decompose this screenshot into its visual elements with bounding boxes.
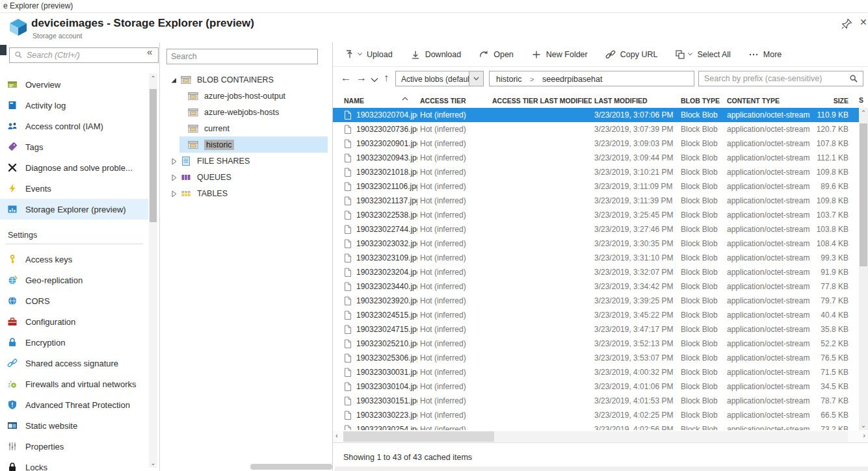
new-folder-button[interactable]: New Folder — [531, 49, 588, 60]
blob-name-cell[interactable]: 190323020943.jpg — [333, 153, 417, 163]
column-header-last-modified[interactable]: LAST MODIFIED — [592, 97, 678, 105]
sidebar-item-static-website[interactable]: Static website — [0, 415, 148, 436]
sidebar-item-access-control-iam[interactable]: Access control (IAM) — [0, 116, 148, 136]
tree-item-azure-jobs-host-output[interactable]: azure-jobs-host-output — [160, 88, 328, 104]
blob-name-cell[interactable]: 190323022538.jpg — [333, 210, 417, 220]
sidebar-item-geo-replication[interactable]: Geo-replication — [0, 270, 148, 290]
sidebar-item-tags[interactable]: Tags — [0, 136, 148, 157]
up-directory-icon[interactable]: ↑ — [384, 72, 389, 84]
scroll-down-icon[interactable]: ⌄ — [859, 422, 868, 429]
breadcrumb-folder[interactable]: seeedrpibasehat — [542, 75, 602, 84]
blob-name-cell[interactable]: 190323021137.jpg — [333, 196, 417, 206]
tree-item-azure-webjobs-hosts[interactable]: azure-webjobs-hosts — [160, 104, 328, 120]
column-header-access-tier[interactable]: ACCESS TIER — [417, 97, 490, 105]
sidebar-item-diagnose-and-solve-proble[interactable]: Diagnose and solve proble... — [0, 157, 148, 178]
table-row[interactable]: 190323021106.jpgHot (inferred)3/23/2019,… — [333, 179, 859, 194]
table-row[interactable]: 190323024515.jpgHot (inferred)3/23/2019,… — [333, 308, 859, 322]
scroll-up-icon[interactable]: ⌃ — [149, 75, 157, 82]
scrollbar-thumb[interactable] — [343, 431, 494, 442]
search-icon[interactable] — [849, 74, 858, 83]
tree-horizontal-scrollbar-thumb[interactable] — [250, 464, 332, 470]
sidebar-item-access-keys[interactable]: Access keys — [0, 249, 148, 270]
sidebar-item-cors[interactable]: CORS — [0, 290, 148, 311]
table-row[interactable]: 190323023032.jpgHot (inferred)3/23/2019,… — [333, 236, 859, 251]
scrollbar-thumb[interactable] — [150, 89, 157, 222]
blob-name-cell[interactable]: 190323022744.jpg — [333, 225, 417, 235]
blob-name-cell[interactable]: 190323030104.jpg — [333, 382, 417, 392]
tree-node-file-shares[interactable]: FILE SHARES — [160, 153, 328, 169]
blob-name-cell[interactable]: 190323023032.jpg — [333, 239, 417, 249]
table-vertical-scrollbar[interactable]: ⌃ ⌄ — [859, 108, 868, 430]
close-icon[interactable]: ✕ — [860, 17, 867, 29]
sidebar-search-input[interactable] — [9, 47, 159, 63]
blob-name-cell[interactable]: 190323024515.jpg — [333, 311, 417, 320]
blob-name-cell[interactable]: 190323023920.jpg — [333, 296, 417, 306]
table-row[interactable]: 190323020901.jpgHot (inferred)3/23/2019,… — [333, 136, 859, 151]
blob-name-cell[interactable]: 190323024715.jpg — [333, 325, 417, 335]
table-horizontal-scrollbar[interactable]: ‹ › — [333, 431, 868, 443]
table-row[interactable]: 190323024715.jpgHot (inferred)3/23/2019,… — [333, 322, 859, 337]
breadcrumb-container[interactable]: historic — [496, 75, 522, 84]
blob-view-dropdown[interactable]: Active blobs (default) — [395, 71, 484, 86]
sidebar-item-events[interactable]: Events — [0, 178, 148, 199]
sidebar-item-encryption[interactable]: Encryption — [0, 332, 148, 353]
scroll-up-icon[interactable]: ⌃ — [859, 109, 868, 116]
column-header-s[interactable]: S — [856, 96, 863, 104]
column-header-size[interactable]: SIZE — [811, 97, 852, 105]
blob-name-cell[interactable]: 190323021018.jpg — [333, 168, 417, 177]
sidebar-item-configuration[interactable]: Configuration — [0, 311, 148, 332]
select-all-button[interactable]: Select All — [675, 49, 730, 60]
table-row[interactable]: 190323023204.jpgHot (inferred)3/23/2019,… — [333, 265, 859, 279]
table-row[interactable]: 190323020704.jpgHot (inferred)3/23/2019,… — [333, 108, 859, 122]
scroll-down-icon[interactable]: ⌄ — [149, 459, 157, 466]
table-row[interactable]: 190323020943.jpgHot (inferred)3/23/2019,… — [333, 151, 859, 165]
blob-name-cell[interactable]: 190323025306.jpg — [333, 353, 417, 363]
table-row[interactable]: 190323023440.jpgHot (inferred)3/23/2019,… — [333, 279, 859, 294]
table-row[interactable]: 190323025306.jpgHot (inferred)3/23/2019,… — [333, 351, 859, 365]
table-row[interactable]: 190323023920.jpgHot (inferred)3/23/2019,… — [333, 294, 859, 308]
tree-collapsed-icon[interactable] — [170, 157, 178, 165]
blob-name-cell[interactable]: 190323025210.jpg — [333, 339, 417, 349]
table-row[interactable]: 190323022538.jpgHot (inferred)3/23/2019,… — [333, 208, 859, 222]
upload-button[interactable]: Upload — [345, 49, 393, 60]
column-header-name[interactable]: NAME — [333, 97, 417, 105]
blob-name-cell[interactable]: 190323021106.jpg — [333, 182, 417, 192]
table-row[interactable]: 190323022744.jpgHot (inferred)3/23/2019,… — [333, 222, 859, 236]
tree-node-tables[interactable]: TABLES — [160, 185, 328, 201]
tree-item-current[interactable]: current — [160, 120, 328, 136]
table-row[interactable]: 190323025210.jpgHot (inferred)3/23/2019,… — [333, 337, 859, 351]
sidebar-scrollbar[interactable]: ⌃ ⌄ — [149, 73, 157, 468]
open-button[interactable]: Open — [479, 49, 514, 60]
sidebar-item-overview[interactable]: Overview — [0, 74, 148, 95]
collapse-sidebar-icon[interactable]: « — [147, 46, 152, 57]
forward-arrow-icon[interactable]: → — [356, 72, 367, 84]
table-row[interactable]: 190323030151.jpgHot (inferred)3/23/2019,… — [333, 394, 859, 408]
table-row[interactable]: 190323030104.jpgHot (inferred)3/23/2019,… — [333, 379, 859, 394]
tree-collapsed-icon[interactable] — [170, 190, 178, 197]
pin-icon[interactable] — [841, 18, 852, 29]
sidebar-item-shared-access-signature[interactable]: Shared access signature — [0, 353, 148, 374]
tree-item-historic[interactable]: historic — [160, 136, 328, 153]
blob-name-cell[interactable]: 190323030254.jpg — [333, 425, 417, 431]
table-row[interactable]: 190323023109.jpgHot (inferred)3/23/2019,… — [333, 251, 859, 265]
sidebar-item-firewalls-and-virtual-networks[interactable]: Firewalls and virtual networks — [0, 374, 148, 394]
table-row[interactable]: 190323030254.jpgHot (inferred)3/23/2019,… — [333, 422, 859, 430]
column-header-blob-type[interactable]: BLOB TYPE — [678, 97, 724, 105]
tree-node-blob-containers[interactable]: BLOB CONTAINERS — [160, 71, 328, 88]
prefix-search-input[interactable] — [698, 71, 863, 86]
column-header-access-tier-last-modified[interactable]: ACCESS TIER LAST MODIFIED — [490, 97, 592, 105]
copy-url-button[interactable]: Copy URL — [605, 49, 658, 60]
tree-collapsed-icon[interactable] — [170, 173, 178, 181]
blob-name-cell[interactable]: 190323020704.jpg — [333, 110, 417, 120]
tree-node-queues[interactable]: QUEUES — [160, 169, 328, 185]
sidebar-item-advanced-threat-protection[interactable]: Advanced Threat Protection — [0, 394, 148, 415]
blob-name-cell[interactable]: 190323023204.jpg — [333, 268, 417, 277]
column-header-content-type[interactable]: CONTENT TYPE — [724, 97, 811, 105]
back-arrow-icon[interactable]: ← — [341, 72, 351, 84]
more-button[interactable]: More — [748, 49, 782, 60]
sidebar-item-properties[interactable]: Properties — [0, 436, 148, 457]
blob-name-cell[interactable]: 190323023440.jpg — [333, 282, 417, 292]
blob-name-cell[interactable]: 190323023109.jpg — [333, 253, 417, 263]
scroll-right-icon[interactable]: › — [863, 431, 865, 439]
download-button[interactable]: Download — [410, 49, 462, 60]
